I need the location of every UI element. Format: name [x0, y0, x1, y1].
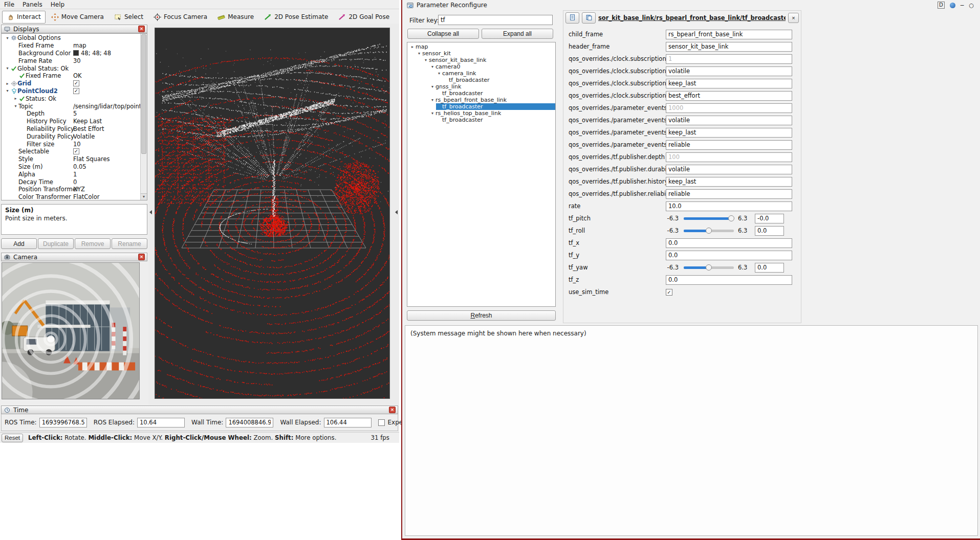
- node-tree-item-body[interactable]: tf_broadcaster: [436, 117, 555, 123]
- displays-tree-row[interactable]: StyleFlat Squares: [2, 155, 147, 163]
- property-value[interactable]: 30: [73, 57, 81, 64]
- node-tree-item-body[interactable]: ▾gnss_link: [429, 83, 555, 90]
- property-checkbox[interactable]: ✓: [73, 148, 79, 154]
- node-tree-item-body[interactable]: ▾sensor_kit_base_link: [423, 57, 555, 63]
- node-tree-item-body[interactable]: tf_broadcaster: [436, 90, 555, 97]
- param-value-input[interactable]: [666, 91, 792, 101]
- property-value[interactable]: FlatColor: [73, 193, 99, 200]
- param-slider[interactable]: [684, 266, 734, 269]
- scroll-down-arrow-icon[interactable]: ▾: [141, 193, 147, 200]
- node-tree-item[interactable]: ▾sensor_kit: [407, 50, 555, 57]
- node-tree-item-body[interactable]: ▾camera0: [429, 63, 555, 70]
- dock-button[interactable]: D: [938, 2, 945, 9]
- restore-button[interactable]: ○: [969, 2, 974, 9]
- displays-tree-row[interactable]: Selectable✓: [2, 148, 147, 155]
- property-value[interactable]: map: [73, 42, 86, 49]
- expander-icon[interactable]: ▾: [423, 58, 429, 62]
- tool-2d-pose-estimate[interactable]: 2D Pose Estimate: [259, 11, 333, 24]
- collapse-left-panel-handle[interactable]: [148, 208, 153, 216]
- tool-focus-camera[interactable]: Focus Camera: [149, 11, 212, 24]
- displays-tree-row[interactable]: ▾Topic/sensing/lidar/top/pointcl.: [2, 102, 147, 110]
- float-button[interactable]: [950, 3, 955, 8]
- node-tree-item[interactable]: ▾sensor_kit_base_link: [407, 57, 555, 63]
- menu-help[interactable]: Help: [47, 1, 69, 9]
- param-value-input[interactable]: [666, 238, 792, 248]
- 3d-viewport[interactable]: [155, 28, 390, 399]
- displays-tree-row[interactable]: Background Color48; 48; 48: [2, 50, 147, 57]
- displays-tree-row[interactable]: Frame Rate30: [2, 57, 147, 64]
- displays-tree-row[interactable]: Fixed Framemap: [2, 42, 147, 50]
- minimize-button[interactable]: ─: [961, 2, 964, 9]
- slider-handle[interactable]: [706, 228, 712, 234]
- refresh-button[interactable]: Refresh: [407, 310, 556, 321]
- add-display-button[interactable]: Add: [1, 238, 37, 249]
- displays-tree-row[interactable]: Durability PolicyVolatile: [2, 132, 147, 140]
- node-tree-item-body[interactable]: ▾sensor_kit: [416, 50, 555, 57]
- param-slider[interactable]: [684, 217, 734, 220]
- save-params-button[interactable]: [565, 12, 579, 24]
- rqt-titlebar[interactable]: Parameter Reconfigure D ─ ○: [402, 0, 980, 10]
- node-tree-item[interactable]: tf_broadcaster: [407, 117, 555, 123]
- displays-tree-row[interactable]: Fixed FrameOK: [2, 72, 147, 80]
- param-value-input[interactable]: [666, 140, 792, 150]
- close-camera-button[interactable]: ×: [138, 254, 145, 260]
- node-tree-item[interactable]: ▾camera0: [407, 63, 555, 70]
- displays-tree-row[interactable]: Color TransformerFlatColor: [2, 193, 147, 200]
- param-value-input[interactable]: [666, 128, 792, 138]
- camera-panel-titlebar[interactable]: Camera ×: [1, 253, 147, 261]
- expander-icon[interactable]: ▾: [429, 84, 435, 89]
- displays-tree-row[interactable]: ▸Status: Ok: [2, 95, 147, 102]
- property-checkbox[interactable]: ✓: [73, 80, 79, 86]
- menu-panels[interactable]: Panels: [18, 1, 47, 9]
- tool-2d-goal-pose[interactable]: 2D Goal Pose: [334, 11, 394, 24]
- expander-icon[interactable]: ▾: [416, 51, 422, 56]
- param-value-input[interactable]: [755, 214, 784, 223]
- property-value[interactable]: OK: [73, 72, 82, 79]
- tool-measure[interactable]: Measure: [213, 11, 258, 24]
- tool-select[interactable]: Select: [110, 11, 148, 24]
- property-value[interactable]: 0: [73, 178, 77, 186]
- property-checkbox[interactable]: ✓: [73, 88, 79, 94]
- displays-tree-row[interactable]: Decay Time0: [2, 178, 147, 186]
- node-tree-item-body[interactable]: ▾rs_bpearl_front_base_link: [429, 97, 555, 103]
- time-field-input[interactable]: [324, 418, 372, 428]
- displays-property-tree[interactable]: ▾Global OptionsFixed FramemapBackground …: [1, 33, 147, 200]
- slider-handle[interactable]: [706, 264, 712, 271]
- displays-tree-row[interactable]: History PolicyKeep Last: [2, 118, 147, 125]
- node-tree-item-body[interactable]: ▸map: [409, 43, 555, 50]
- param-value-input[interactable]: [755, 263, 784, 273]
- property-value[interactable]: 48; 48; 48: [73, 50, 111, 57]
- node-tree-item-body[interactable]: ▾rs_helios_top_base_link: [429, 110, 555, 117]
- scrollbar-thumb[interactable]: [141, 34, 146, 154]
- property-value[interactable]: ✓: [73, 80, 79, 86]
- param-value-input[interactable]: [666, 42, 792, 52]
- time-field-input[interactable]: [137, 418, 185, 428]
- node-tree-item[interactable]: ▾rs_helios_top_base_link: [407, 110, 555, 117]
- displays-tree-row[interactable]: ▾Global Options: [2, 34, 147, 42]
- property-value[interactable]: ✓: [73, 88, 79, 94]
- property-value[interactable]: /sensing/lidar/top/pointcl.: [73, 103, 147, 110]
- experimental-checkbox[interactable]: [378, 419, 385, 426]
- node-tree-item-body[interactable]: tf_broadcaster: [443, 77, 555, 83]
- param-slider[interactable]: [684, 230, 734, 232]
- node-tree-item[interactable]: ▾camera_link: [407, 70, 555, 77]
- expander-icon[interactable]: ▾: [5, 88, 10, 93]
- node-tree-item[interactable]: ▾rs_bpearl_front_base_link: [407, 97, 555, 103]
- property-value[interactable]: 5: [73, 110, 77, 117]
- displays-tree-row[interactable]: ▾Global Status: Ok: [2, 64, 147, 72]
- load-params-button[interactable]: [582, 12, 596, 24]
- expander-icon[interactable]: ▾: [5, 66, 10, 71]
- pointcloud-canvas[interactable]: [155, 28, 389, 398]
- node-tree-item-selected[interactable]: tf_broadcaster: [436, 103, 555, 110]
- node-tree-item[interactable]: ▾gnss_link: [407, 83, 555, 90]
- param-value-input[interactable]: [666, 275, 792, 285]
- expander-icon[interactable]: ▸: [5, 81, 10, 86]
- property-value[interactable]: XYZ: [73, 186, 85, 193]
- param-checkbox[interactable]: ✓: [666, 289, 672, 296]
- expand-all-button[interactable]: Expand all: [482, 29, 553, 39]
- displays-tree-row[interactable]: Filter size10: [2, 140, 147, 148]
- param-value-input[interactable]: [666, 177, 792, 187]
- displays-tree-row[interactable]: ▾PointCloud2✓: [2, 87, 147, 95]
- expander-icon[interactable]: ▾: [436, 71, 442, 76]
- expander-icon[interactable]: ▾: [429, 64, 435, 69]
